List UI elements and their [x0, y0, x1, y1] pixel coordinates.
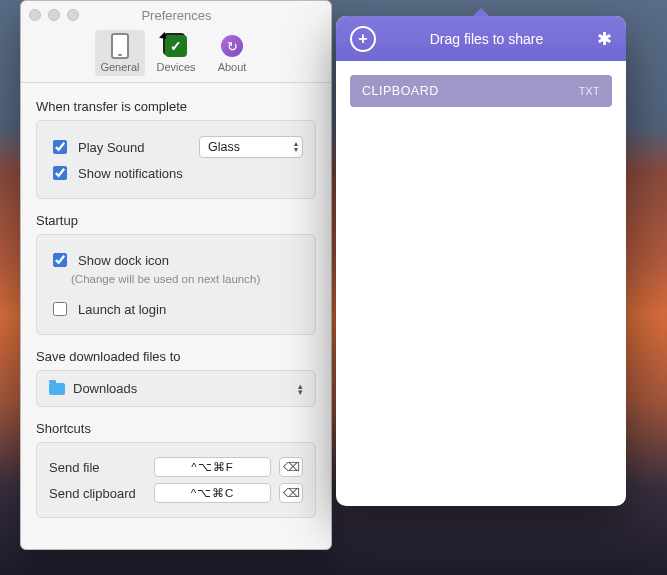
close-window-button[interactable]: [29, 9, 41, 21]
play-sound-label: Play Sound: [78, 140, 145, 155]
tab-about-label: About: [207, 61, 257, 73]
save-heading: Save downloaded files to: [36, 349, 316, 364]
sound-select[interactable]: Glass ▴▾: [199, 136, 303, 158]
window-title: Preferences: [86, 8, 267, 23]
save-folder-select[interactable]: Downloads ▴▾: [36, 370, 316, 407]
transfer-section: Play Sound Glass ▴▾ Show notifications: [36, 120, 316, 199]
save-folder-name: Downloads: [73, 381, 137, 396]
dock-icon-note: (Change will be used on next launch): [71, 273, 303, 285]
tab-general[interactable]: General: [95, 30, 145, 76]
show-notifications-checkbox[interactable]: [53, 166, 67, 180]
tab-about[interactable]: ↻ About: [207, 30, 257, 76]
send-clipboard-clear-button[interactable]: ⌫: [279, 483, 303, 503]
clipboard-item-name: CLIPBOARD: [362, 84, 439, 98]
minimize-window-button[interactable]: [48, 9, 60, 21]
clipboard-item-tag: TXT: [579, 85, 600, 97]
share-popover: + Drag files to share ✱ CLIPBOARD TXT: [336, 16, 626, 506]
chevron-updown-icon: ▴▾: [294, 141, 298, 153]
titlebar[interactable]: Preferences: [21, 1, 331, 26]
zoom-window-button[interactable]: [67, 9, 79, 21]
send-file-label: Send file: [49, 460, 154, 475]
shortcuts-heading: Shortcuts: [36, 421, 316, 436]
clipboard-item[interactable]: CLIPBOARD TXT: [350, 75, 612, 107]
send-file-shortcut-field[interactable]: ^⌥⌘F: [154, 457, 271, 477]
content-area: When transfer is complete Play Sound Gla…: [21, 83, 331, 549]
toolbar: General Devices ↻ About: [21, 26, 331, 83]
send-file-clear-button[interactable]: ⌫: [279, 457, 303, 477]
share-header-text: Drag files to share: [376, 31, 597, 47]
shortcuts-section: Send file ^⌥⌘F ⌫ Send clipboard ^⌥⌘C ⌫: [36, 442, 316, 518]
share-header: + Drag files to share ✱: [336, 16, 626, 61]
send-clipboard-shortcut-field[interactable]: ^⌥⌘C: [154, 483, 271, 503]
play-sound-checkbox[interactable]: [53, 140, 67, 154]
launch-at-login-label: Launch at login: [78, 302, 166, 317]
tab-general-label: General: [95, 61, 145, 73]
launch-at-login-checkbox[interactable]: [53, 302, 67, 316]
send-clipboard-label: Send clipboard: [49, 486, 154, 501]
tab-devices[interactable]: Devices: [151, 30, 201, 76]
sound-select-value: Glass: [208, 140, 240, 154]
tab-devices-label: Devices: [151, 61, 201, 73]
folder-icon: [49, 383, 65, 395]
show-dock-icon-label: Show dock icon: [78, 253, 169, 268]
add-button[interactable]: +: [350, 26, 376, 52]
startup-heading: Startup: [36, 213, 316, 228]
gear-icon: ✱: [597, 29, 612, 49]
transfer-heading: When transfer is complete: [36, 99, 316, 114]
phone-icon: [111, 33, 129, 59]
about-icon: ↻: [221, 35, 243, 57]
show-notifications-label: Show notifications: [78, 166, 183, 181]
clear-icon: ⌫: [283, 486, 300, 500]
clear-icon: ⌫: [283, 460, 300, 474]
devices-icon: [165, 35, 187, 57]
chevron-updown-icon: ▴▾: [298, 383, 303, 395]
settings-button[interactable]: ✱: [597, 28, 612, 50]
startup-section: Show dock icon (Change will be used on n…: [36, 234, 316, 335]
plus-icon: +: [358, 30, 367, 48]
preferences-window: Preferences General Devices ↻ About When…: [20, 0, 332, 550]
show-dock-icon-checkbox[interactable]: [53, 253, 67, 267]
